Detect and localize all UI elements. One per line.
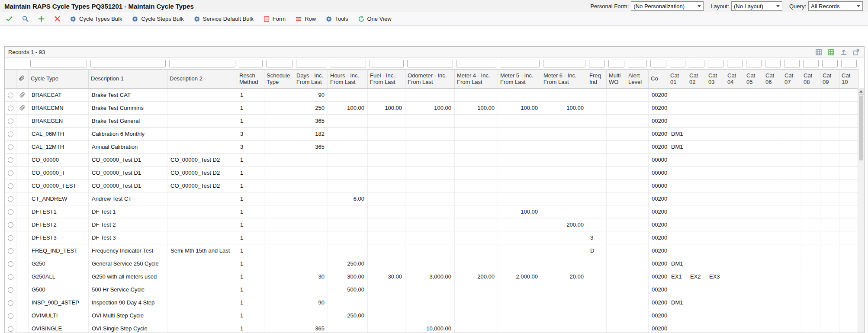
vertical-scrollbar[interactable]	[858, 88, 864, 333]
filter-input-freq_ind[interactable]	[589, 60, 605, 67]
row-select-radio[interactable]	[8, 170, 13, 176]
column-header-cat02[interactable]: Cat 02	[687, 69, 706, 88]
row-select-radio[interactable]	[8, 261, 13, 267]
cell-odometer_inc	[405, 296, 455, 309]
column-header-multi_wo[interactable]: Multi WO	[607, 69, 626, 88]
personal-form-select[interactable]: (No Personalization)	[631, 1, 704, 11]
query-select[interactable]: All Records	[808, 1, 863, 11]
filter-input-meter5_inc[interactable]	[500, 60, 540, 67]
column-header-cat01[interactable]: Cat 01	[668, 69, 687, 88]
filter-input-multi_wo[interactable]	[608, 60, 624, 67]
filter-input-cat10[interactable]	[841, 60, 857, 67]
row-select-radio[interactable]	[8, 222, 13, 228]
delete-button[interactable]	[52, 14, 62, 23]
filter-input-meter6_inc[interactable]	[543, 60, 585, 67]
row-select-radio[interactable]	[8, 287, 13, 293]
filter-input-cat02[interactable]	[689, 60, 704, 67]
column-header-cat04[interactable]: Cat 04	[725, 69, 744, 88]
row-select-radio[interactable]	[8, 131, 13, 137]
ok-button[interactable]	[4, 14, 14, 23]
filter-input-description1[interactable]	[90, 60, 166, 67]
one-view-menu-button[interactable]: One View	[357, 15, 393, 23]
filter-input-cat05[interactable]	[746, 60, 762, 67]
filter-input-days_inc[interactable]	[296, 60, 326, 67]
column-header-meter4_inc[interactable]: Meter 4 - Inc. From Last	[455, 69, 498, 88]
row-select-radio[interactable]	[8, 118, 13, 124]
column-header-cat06[interactable]: Cat 06	[763, 69, 782, 88]
filter-input-co[interactable]	[650, 60, 666, 67]
column-header-cat08[interactable]: Cat 08	[801, 69, 820, 88]
column-header-fuel_inc[interactable]: Fuel - Inc. From Last	[368, 69, 405, 88]
column-header-days_inc[interactable]: Days - Inc. From Last	[294, 69, 328, 88]
filter-input-cat03[interactable]	[708, 60, 723, 67]
filter-input-hours_inc[interactable]	[330, 60, 366, 67]
filter-input-cycle_type[interactable]	[30, 60, 87, 67]
filter-input-resch_method[interactable]	[239, 60, 263, 67]
cell-description1: General Service 250 Cycle	[89, 257, 167, 270]
column-header-cat03[interactable]: Cat 03	[706, 69, 725, 88]
filter-input-cat08[interactable]	[803, 60, 819, 67]
column-header-cat09[interactable]: Cat 09	[820, 69, 839, 88]
find-button[interactable]	[20, 14, 30, 23]
scrollbar-thumb[interactable]	[859, 96, 863, 160]
row-select-radio[interactable]	[8, 248, 13, 254]
column-header-alert_level[interactable]: Alert Level	[626, 69, 649, 88]
cell-hours_inc: 250.00	[328, 257, 368, 270]
form-menu-button[interactable]: Form	[262, 15, 287, 23]
row-select-radio[interactable]	[8, 300, 13, 306]
filter-input-cat07[interactable]	[784, 60, 800, 67]
tools-menu-button[interactable]: Tools	[324, 15, 349, 23]
grid-format-button[interactable]	[814, 48, 823, 57]
scroll-up-button[interactable]	[858, 88, 864, 95]
row-select-radio[interactable]	[8, 209, 13, 215]
column-header-meter5_inc[interactable]: Meter 5 - Inc. From Last	[498, 69, 541, 88]
filter-input-meter4_inc[interactable]	[457, 60, 496, 67]
cycle-types-bulk-button[interactable]: Cycle Types Bulk	[68, 15, 123, 23]
cycle-steps-bulk-button[interactable]: Cycle Steps Bulk	[130, 15, 185, 23]
cell-days_inc: 365	[294, 140, 328, 153]
column-header-odometer_inc[interactable]: Odometer - Inc. From Last	[405, 69, 455, 88]
row-select-radio[interactable]	[8, 235, 13, 241]
row-select-radio[interactable]	[8, 196, 13, 202]
filter-input-cat09[interactable]	[822, 60, 838, 67]
column-header-schedule_type[interactable]: Schedule Type	[264, 69, 294, 88]
row-menu-button[interactable]: Row	[294, 15, 317, 23]
expand-grid-button[interactable]	[852, 48, 861, 57]
filter-input-alert_level[interactable]	[628, 60, 647, 67]
column-header-description1[interactable]: Description 1	[89, 69, 167, 88]
filter-input-description2[interactable]	[169, 60, 235, 67]
attachment-icon[interactable]	[19, 92, 26, 98]
row-select-radio[interactable]	[8, 106, 13, 111]
row-select-radio[interactable]	[8, 157, 13, 163]
column-header-description2[interactable]: Description 2	[167, 69, 237, 88]
column-header-resch_method[interactable]: Resch Method	[237, 69, 264, 88]
row-select-radio[interactable]	[8, 313, 13, 319]
service-default-bulk-button[interactable]: Service Default Bulk	[192, 15, 255, 23]
column-header-cat05[interactable]: Cat 05	[744, 69, 763, 88]
cell-cat09	[820, 244, 839, 257]
row-select-radio[interactable]	[8, 326, 13, 332]
column-header-hours_inc[interactable]: Hours - Inc. From Last	[328, 69, 368, 88]
row-select-radio[interactable]	[8, 144, 13, 150]
export-grid-button[interactable]	[827, 48, 836, 57]
column-header-meter6_inc[interactable]: Meter 6 - Inc. From Last	[541, 69, 587, 88]
filter-input-fuel_inc[interactable]	[370, 60, 404, 67]
row-select-radio[interactable]	[8, 93, 13, 98]
layout-select[interactable]: (No Layout)	[731, 1, 782, 11]
filter-input-cat01[interactable]	[670, 60, 685, 67]
column-header-cycle_type[interactable]: Cycle Type	[29, 69, 89, 88]
column-header-cat07[interactable]: Cat 07	[782, 69, 801, 88]
import-grid-button[interactable]	[839, 48, 848, 57]
row-select-radio[interactable]	[8, 274, 13, 280]
attachment-icon[interactable]	[19, 105, 26, 111]
filter-input-cat04[interactable]	[727, 60, 743, 67]
cell-cat05	[744, 322, 763, 333]
column-header-cat10[interactable]: Cat 10	[839, 69, 858, 88]
row-select-radio[interactable]	[8, 183, 13, 189]
filter-input-odometer_inc[interactable]	[407, 60, 453, 67]
column-header-freq_ind[interactable]: Freq Ind	[587, 69, 607, 88]
column-header-co[interactable]: Co	[649, 69, 668, 88]
add-button[interactable]	[36, 14, 46, 23]
filter-input-schedule_type[interactable]	[266, 60, 293, 67]
filter-input-cat06[interactable]	[765, 60, 781, 67]
